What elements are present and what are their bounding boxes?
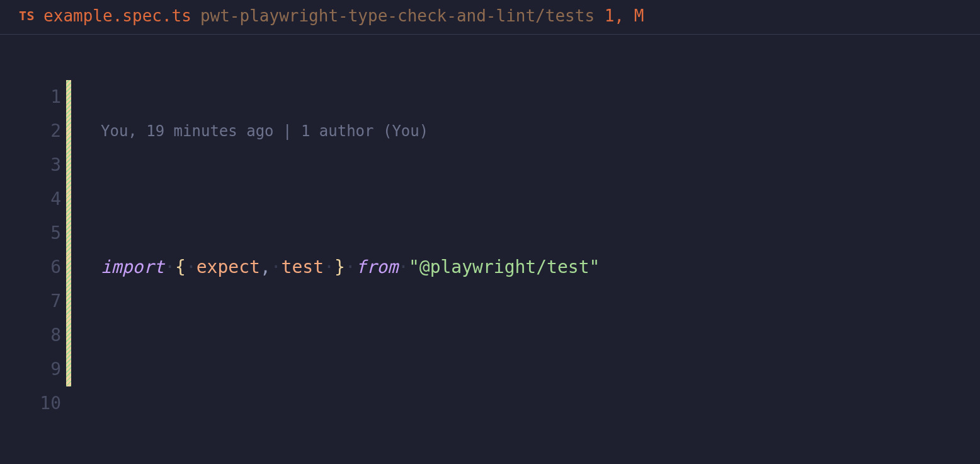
tab-path: pwt-playwright-type-check-and-lint/tests: [200, 6, 595, 25]
line-number: 3: [0, 148, 61, 182]
keyword-from: from: [356, 257, 398, 277]
line-number: 8: [0, 318, 61, 352]
typescript-icon: TS: [19, 8, 35, 23]
code-content[interactable]: You, 19 minutes ago | 1 author (You) imp…: [72, 46, 980, 464]
tab-filename[interactable]: example.spec.ts: [43, 6, 191, 25]
code-editor[interactable]: 1 2 3 4 5 6 7 8 9 10 You, 19 minutes ago…: [0, 35, 980, 464]
line-number: 7: [0, 284, 61, 318]
code-line[interactable]: [101, 386, 980, 420]
git-blame-annotation: You, 19 minutes ago | 1 author (You): [101, 114, 980, 148]
line-number: 1: [0, 80, 61, 114]
line-number: 5: [0, 216, 61, 250]
line-number: 2: [0, 114, 61, 148]
identifier-expect: expect: [197, 257, 260, 277]
code-line[interactable]: import·{·expect,·test·}·from·"@playwrigh…: [101, 250, 980, 284]
git-modified-indicator: [66, 46, 72, 464]
line-number: 10: [0, 386, 61, 420]
line-number: 6: [0, 250, 61, 284]
line-number: 4: [0, 182, 61, 216]
line-number: 9: [0, 352, 61, 386]
line-number-gutter: 1 2 3 4 5 6 7 8 9 10: [0, 46, 66, 464]
identifier-test: test: [282, 257, 324, 277]
tab-status-badge: 1, M: [605, 6, 644, 25]
string-module: "@playwright/test": [409, 257, 600, 277]
keyword-import: import: [101, 257, 164, 277]
editor-tab-bar: TS example.spec.ts pwt-playwright-type-c…: [0, 0, 980, 35]
